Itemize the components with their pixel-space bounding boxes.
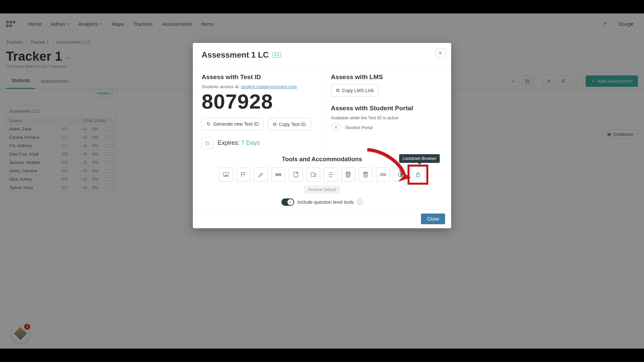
student-portal-link[interactable]: student.masteryconnect.com <box>241 84 297 89</box>
tool-answer-eliminator[interactable] <box>306 168 320 182</box>
close-icon[interactable]: ✕ <box>436 48 445 58</box>
refresh-icon: ↻ <box>207 121 211 127</box>
tool-basic-calculator[interactable] <box>341 168 355 182</box>
svg-point-8 <box>349 175 350 175</box>
svg-point-9 <box>347 176 348 176</box>
svg-point-7 <box>347 175 348 175</box>
tool-ruler[interactable] <box>376 168 390 182</box>
include-tools-toggle[interactable]: ✓ <box>281 198 294 206</box>
generate-test-id-button[interactable]: ↻Generate new Test ID <box>202 118 264 130</box>
portal-heading: Assess with Student Portal <box>331 105 443 112</box>
include-tools-label: Include question level tools <box>298 199 354 205</box>
svg-rect-2 <box>276 175 281 176</box>
svg-point-10 <box>349 176 350 176</box>
portal-helper: Available while the Test ID is active <box>331 115 443 120</box>
portal-toggle-off[interactable]: ✕ <box>331 124 341 131</box>
expires-text: Expires: 7 Days <box>218 139 260 146</box>
clock-icon[interactable]: ◷ <box>202 137 213 148</box>
modal-title: Assessment 1 LC <box>202 50 269 60</box>
portal-label: Student Portal <box>345 125 373 130</box>
tool-scratchpad[interactable] <box>254 168 268 182</box>
tool-notepad[interactable] <box>289 168 303 182</box>
tool-scientific-calculator[interactable] <box>359 168 373 182</box>
svg-rect-4 <box>311 173 314 177</box>
lockdown-tooltip: Lockdown Browser <box>399 154 440 163</box>
svg-rect-12 <box>364 173 367 174</box>
tool-lockdown-browser[interactable] <box>411 168 425 182</box>
svg-rect-1 <box>276 174 281 175</box>
copy-lms-link-button[interactable]: ⧉Copy LMS Link <box>331 84 379 97</box>
copy-icon: ⧉ <box>336 87 339 93</box>
lms-heading: Assess with LMS <box>331 73 443 81</box>
info-icon[interactable]: i <box>357 199 363 205</box>
copy-icon: ⧉ <box>273 121 276 127</box>
tool-color-contrast[interactable] <box>393 168 408 182</box>
testid-helper: Students access at: student.masteryconne… <box>202 84 313 89</box>
ea-badge: EA <box>273 52 281 58</box>
tool-flag[interactable] <box>236 168 251 182</box>
assess-modal: Assessment 1 LC EA ✕ Assess with Test ID… <box>193 43 451 228</box>
svg-rect-15 <box>416 174 420 177</box>
svg-rect-6 <box>347 173 350 174</box>
tool-answer-masking[interactable] <box>219 168 233 182</box>
tool-strikethrough[interactable] <box>324 168 338 182</box>
test-id-value: 807928 <box>202 91 313 112</box>
testid-heading: Assess with Test ID <box>202 73 313 81</box>
tool-line-reader[interactable] <box>271 168 285 182</box>
close-button[interactable]: Close <box>421 214 445 224</box>
copy-test-id-button[interactable]: ⧉Copy Test ID <box>268 118 311 130</box>
svg-rect-13 <box>380 174 386 176</box>
restore-default-button[interactable]: Restore Default <box>304 186 339 194</box>
